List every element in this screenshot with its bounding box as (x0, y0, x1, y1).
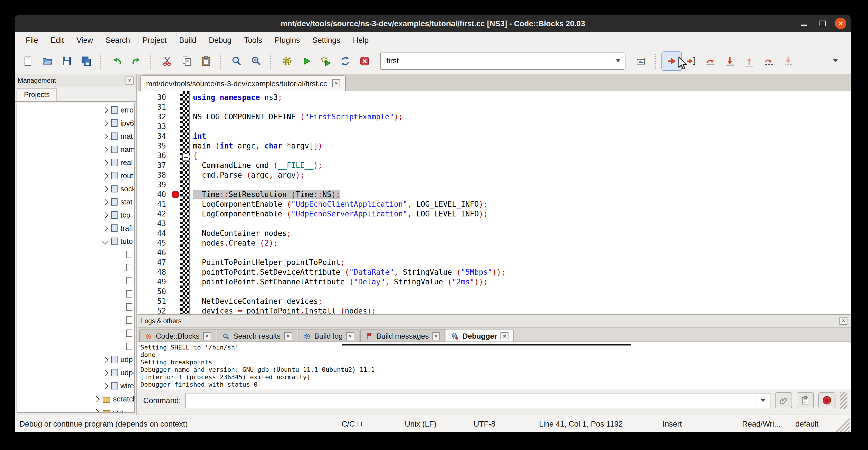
cut-button[interactable] (157, 52, 177, 70)
window-resize-grip[interactable] (835, 416, 850, 432)
code-line-44[interactable]: 44 NodeContainer nodes; (137, 229, 851, 238)
open-file-button[interactable] (38, 52, 57, 70)
step-into-button[interactable] (720, 52, 740, 70)
tree-item-fif[interactable]: fif (17, 248, 134, 261)
line-number[interactable]: 38 (137, 171, 170, 179)
line-number[interactable]: 49 (137, 277, 170, 286)
tab-close-icon[interactable] (203, 332, 211, 340)
tree-item-sock[interactable]: sock (17, 182, 134, 195)
chevron-right-icon[interactable] (102, 120, 108, 126)
code-line-36[interactable]: 36{ (137, 151, 851, 160)
replace-button[interactable] (247, 52, 266, 70)
toolbar-overflow-button[interactable] (826, 52, 845, 70)
fold-marker-icon[interactable] (182, 154, 189, 161)
tab-close-icon[interactable] (332, 79, 340, 87)
breakpoint-margin[interactable] (170, 287, 180, 296)
command-dropdown-button[interactable] (755, 393, 770, 408)
breakpoint-margin[interactable] (170, 160, 180, 170)
breakpoint-margin[interactable] (170, 209, 180, 219)
code-line-41[interactable]: 41 LogComponentEnable ("UdpEchoClientApp… (137, 199, 851, 209)
tree-item-erro[interactable]: erro (17, 103, 134, 117)
redo-button[interactable] (127, 52, 146, 70)
stop-debugger-button[interactable] (818, 392, 835, 408)
tab-close-icon[interactable] (500, 332, 508, 340)
tree-item-ipv6[interactable]: ipv6 (17, 117, 134, 130)
step-into-instruction-button[interactable] (778, 52, 798, 70)
tab-close-icon[interactable] (284, 332, 292, 340)
breakpoint-margin[interactable] (170, 267, 180, 277)
code-line-51[interactable]: 51 NetDeviceContainer devices; (137, 296, 851, 306)
tab-close-icon[interactable] (346, 332, 354, 340)
line-number[interactable]: 35 (137, 142, 170, 150)
panel-resize-grip[interactable] (840, 392, 847, 409)
menu-file[interactable]: File (20, 33, 44, 47)
tab-build-messages[interactable]: Build messages (360, 329, 445, 342)
line-number[interactable]: 52 (137, 307, 170, 314)
line-number[interactable]: 39 (137, 180, 170, 189)
tree-item-fir[interactable]: fir (17, 261, 134, 274)
close-button[interactable] (835, 18, 846, 29)
editor-tab-first-cc[interactable]: mnt/dev/tools/source/ns-3-dev/examples/t… (141, 76, 346, 91)
code-line-52[interactable]: 52 devices = pointToPoint.Install (nodes… (137, 306, 851, 314)
combo-dropdown-button[interactable] (611, 53, 625, 69)
code-line-43[interactable]: 43 (137, 219, 851, 229)
toolbar-grip[interactable] (150, 53, 154, 68)
minimize-button[interactable] (798, 18, 810, 29)
rebuild-button[interactable] (336, 52, 355, 70)
line-number[interactable]: 33 (137, 122, 170, 131)
chevron-right-icon[interactable] (102, 356, 108, 363)
tree-item-trafl[interactable]: trafl (17, 221, 134, 235)
menu-help[interactable]: Help (347, 33, 375, 47)
line-number[interactable]: 32 (137, 113, 170, 121)
tab-build-log[interactable]: Build log (298, 329, 359, 342)
project-tree[interactable]: erroipv6matnamrealroutsockstattcptrafltu… (17, 103, 135, 413)
code-line-42[interactable]: 42 LogComponentEnable ("UdpEchoServerApp… (137, 209, 851, 219)
code-line-30[interactable]: 30using namespace ns3; (137, 92, 851, 102)
management-close-icon[interactable] (126, 77, 133, 85)
line-number[interactable]: 41 (137, 200, 170, 208)
code-line-31[interactable]: 31 (137, 102, 851, 112)
tree-item-rout[interactable]: rout (17, 169, 134, 182)
chevron-right-icon[interactable] (102, 133, 108, 140)
code-line-47[interactable]: 47 PointToPointHelper pointToPoint; (137, 258, 851, 267)
code-line-32[interactable]: 32NS_LOG_COMPONENT_DEFINE ("FirstScriptE… (137, 112, 851, 122)
run-to-cursor-button[interactable] (681, 52, 701, 70)
menu-edit[interactable]: Edit (44, 33, 70, 47)
new-file-button[interactable] (18, 52, 38, 70)
line-number[interactable]: 34 (137, 132, 170, 141)
toolbar-grip[interactable] (220, 53, 223, 68)
code-line-50[interactable]: 50 (137, 287, 851, 296)
breakpoint-margin[interactable] (170, 219, 180, 229)
abort-button[interactable] (355, 52, 374, 70)
toolbar-grip[interactable] (655, 53, 658, 68)
tree-item-tcp[interactable]: tcp (17, 208, 134, 221)
menu-project[interactable]: Project (136, 33, 173, 47)
code-line-33[interactable]: 33 (137, 122, 851, 131)
menu-search[interactable]: Search (99, 33, 136, 47)
build-button[interactable] (277, 52, 297, 70)
chevron-right-icon[interactable] (102, 186, 108, 192)
menu-tools[interactable]: Tools (238, 33, 268, 47)
chevron-right-icon[interactable] (93, 396, 100, 402)
logs-header[interactable]: Logs & others (137, 314, 851, 328)
line-number[interactable]: 30 (137, 93, 170, 102)
copy-button[interactable] (177, 52, 196, 70)
code-line-45[interactable]: 45 nodes.Create (2); (137, 238, 851, 248)
chevron-right-icon[interactable] (102, 225, 108, 232)
breakpoint-margin[interactable] (170, 122, 180, 131)
breakpoint-icon[interactable] (172, 191, 179, 198)
code-line-46[interactable]: 46 (137, 248, 851, 258)
breakpoint-margin[interactable] (170, 199, 180, 209)
chevron-down-icon[interactable] (102, 238, 108, 245)
breakpoint-margin[interactable] (170, 258, 180, 267)
tree-item-real[interactable]: real (17, 156, 134, 169)
breakpoint-margin[interactable] (170, 131, 180, 141)
command-combo[interactable] (185, 393, 770, 408)
breakpoint-margin[interactable] (170, 229, 180, 238)
build-and-run-button[interactable] (316, 52, 336, 70)
chevron-right-icon[interactable] (102, 146, 108, 153)
select-target-button[interactable] (631, 52, 651, 70)
save-button[interactable] (57, 52, 76, 70)
line-number[interactable]: 40 (137, 190, 170, 199)
chevron-right-icon[interactable] (102, 212, 108, 218)
